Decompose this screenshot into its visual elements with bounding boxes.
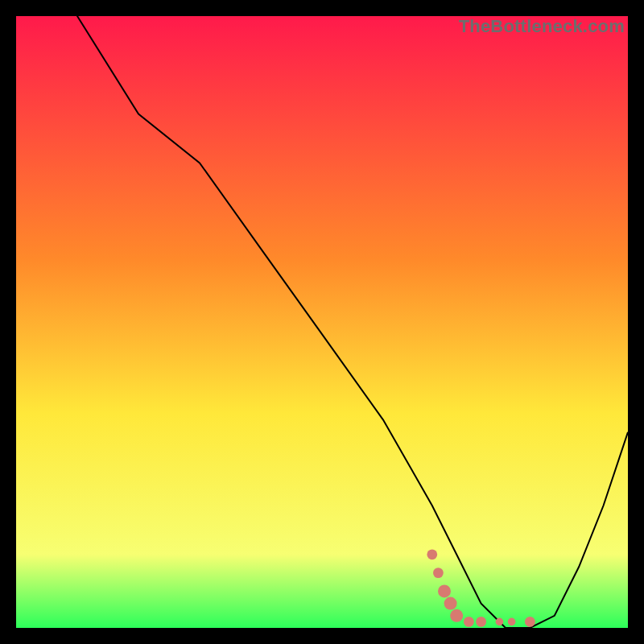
gradient-background [16, 16, 628, 628]
optimal-marker-dot [464, 617, 474, 627]
optimal-marker-dot [450, 609, 463, 622]
chart-frame: TheBottleneck.com [16, 16, 628, 628]
watermark-text: TheBottleneck.com [459, 16, 625, 37]
optimal-marker-dot [433, 568, 444, 578]
optimal-marker-dot [496, 618, 504, 626]
optimal-marker-dot [444, 597, 457, 610]
chart-svg [16, 16, 628, 628]
optimal-marker-dot [438, 584, 451, 597]
optimal-marker-dot [427, 549, 437, 559]
optimal-marker-dot [508, 618, 516, 626]
optimal-marker-dot [525, 617, 535, 627]
optimal-marker-dot [476, 617, 486, 627]
